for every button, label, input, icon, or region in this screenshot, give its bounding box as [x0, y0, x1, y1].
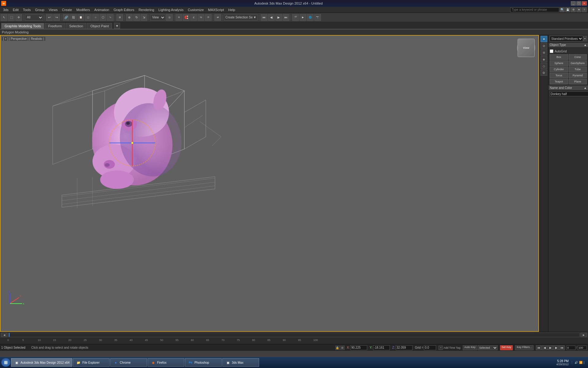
select-center-btn[interactable]: ✛ [175, 14, 182, 21]
ribbon-options-button[interactable]: ▼ [114, 23, 120, 29]
info-button[interactable]: ? [582, 7, 587, 12]
menu-edit[interactable]: Edit [11, 8, 21, 12]
environment-btn[interactable]: 🌐 [307, 14, 314, 21]
undo-button[interactable]: ↩ [46, 14, 53, 21]
menu-customize[interactable]: Customize [186, 8, 205, 12]
max-frame-input[interactable] [578, 346, 587, 350]
menu-lighting[interactable]: Lighting Analysis [156, 8, 185, 12]
use-pivot-btn[interactable]: ◎ [166, 14, 173, 21]
display-panel-btn[interactable]: ◇ [541, 63, 547, 69]
object-name-input[interactable] [550, 91, 588, 96]
spinner-snap-btn[interactable]: ⟳ [205, 14, 212, 21]
panel-expand-btn[interactable]: ▼ [583, 36, 587, 41]
snap-toggle-btn[interactable]: 🧲 [183, 14, 190, 21]
window-cross-btn[interactable]: ⊞ [116, 14, 123, 21]
tab-graphite-modeling[interactable]: Graphite Modeling Tools [1, 23, 44, 29]
redo-button[interactable]: ↪ [53, 14, 60, 21]
next-frame-btn[interactable]: ▶ [553, 345, 559, 350]
torus-button[interactable]: Torus [550, 73, 568, 78]
tab-freeform[interactable]: Freeform [45, 23, 65, 29]
taskbar-item-chrome[interactable]: ● Chrome [110, 358, 147, 367]
render-setup-btn[interactable]: 🎬 [292, 14, 299, 21]
tube-button[interactable]: Tube [569, 67, 587, 72]
window-controls[interactable]: _ ☐ ✕ [571, 1, 587, 6]
angle-snap-btn[interactable]: ∠ [190, 14, 197, 21]
go-end-btn[interactable]: ⏭ [559, 345, 565, 350]
select-button[interactable]: ↖ [1, 14, 7, 21]
box-button[interactable]: Box [550, 54, 568, 60]
minimize-button[interactable]: _ [571, 1, 576, 6]
selected-dropdown[interactable]: Selected [478, 345, 498, 350]
viewport[interactable]: [ + ] | Perspective | | Realistic | View [0, 35, 539, 332]
prev-frame-toolbar[interactable]: ◀ [268, 14, 275, 21]
taskbar-item-3dsmax[interactable]: ▣ Autodesk 3ds Max Design 2012 x64 [11, 358, 72, 367]
tab-selection[interactable]: Selection [66, 23, 86, 29]
select-circ[interactable]: ○ [92, 14, 99, 21]
select-fence[interactable]: ⬠ [100, 14, 106, 21]
timeline-next-btn[interactable]: ▶ [581, 333, 587, 337]
cone-button[interactable]: Cone [569, 54, 587, 60]
menu-help[interactable]: Help [226, 8, 237, 12]
play-btn[interactable]: ▶ [548, 345, 553, 350]
reference-coord-dropdown[interactable]: View [150, 14, 165, 21]
render-btn[interactable]: ▶ [300, 14, 306, 21]
motion-panel-btn[interactable]: ◈ [541, 56, 547, 62]
select-rect[interactable]: □ [85, 14, 92, 21]
frame-input[interactable] [566, 346, 575, 350]
link-button[interactable]: 🔗 [63, 14, 70, 21]
save-button[interactable]: 💾 [565, 7, 570, 12]
y-input[interactable] [373, 345, 390, 350]
tray-icon-1[interactable]: 🔊 [575, 361, 578, 364]
mirror-btn[interactable]: ⇌ [214, 14, 221, 21]
utilities-panel-btn[interactable]: ⚙ [541, 70, 547, 76]
plane-button[interactable]: Plane [569, 79, 587, 84]
select-region-button[interactable]: ⬚ [8, 14, 15, 21]
start-button[interactable]: ⊞ [1, 358, 10, 367]
unlink-button[interactable]: ⛓ [70, 14, 77, 21]
render-to-texture-btn[interactable]: 📷 [314, 14, 321, 21]
menu-tools[interactable]: Tools [21, 8, 33, 12]
autogrid-checkbox[interactable] [550, 49, 553, 53]
hierarchy-panel-btn[interactable]: ⊛ [541, 49, 547, 56]
menu-maxscript[interactable]: MAXScript [206, 8, 226, 12]
add-time-tag-btn[interactable]: + [439, 346, 443, 350]
tray-icon-2[interactable]: 📶 [579, 361, 582, 364]
menu-views[interactable]: Views [47, 8, 59, 12]
go-to-start-toolbar[interactable]: ⏮ [261, 14, 267, 21]
rotate-tool[interactable]: ↻ [133, 14, 140, 21]
x-input[interactable] [350, 345, 367, 350]
set-key-btn[interactable]: Set Key [500, 345, 513, 350]
taskbar-item-explorer[interactable]: 📁 File Explorer [73, 358, 110, 367]
pyramid-button[interactable]: Pyramid [569, 73, 587, 78]
search-button[interactable]: 🔍 [560, 7, 565, 12]
close-button[interactable]: ✕ [582, 1, 587, 6]
cylinder-button[interactable]: Cylinder [550, 67, 568, 72]
tab-object-paint[interactable]: Object Paint [87, 23, 112, 29]
grid-input[interactable] [424, 345, 436, 350]
lock-button[interactable]: 🔒 [335, 346, 340, 350]
key-mode-btn[interactable]: ⊞ [340, 346, 345, 350]
percent-snap-btn[interactable]: % [198, 14, 204, 21]
sphere-button[interactable]: Sphere [550, 60, 568, 66]
taskbar-item-3dsmax2[interactable]: ▣ 3ds Max [222, 358, 259, 367]
taskbar-item-firefox[interactable]: ◉ Firefox [148, 358, 184, 367]
go-start-btn[interactable]: ⏮ [536, 345, 541, 350]
teapot-button[interactable]: Teapot [550, 79, 568, 84]
menu-animation[interactable]: Animation [92, 8, 111, 12]
maximize-button[interactable]: ☐ [576, 1, 581, 6]
bookmark-button[interactable]: ★ [576, 7, 581, 12]
go-to-end-toolbar[interactable]: ⏭ [283, 14, 289, 21]
key-filters-btn[interactable]: Key Filters... [515, 345, 533, 350]
prev-frame-btn[interactable]: ◀ [542, 345, 547, 350]
menu-graph-editors[interactable]: Graph Editors [112, 8, 136, 12]
tray-show-desktop[interactable]: | [584, 361, 584, 364]
geosphere-button[interactable]: GeoSphere [569, 60, 587, 66]
menu-create[interactable]: Create [60, 8, 74, 12]
timeline-prev-btn[interactable]: ◀ [1, 333, 7, 337]
move-tool[interactable]: ⊕ [126, 14, 133, 21]
name-color-header[interactable]: Name and Color ▲ [548, 86, 588, 90]
z-input[interactable] [396, 345, 413, 350]
create-selection-button[interactable]: Create Selection Se ▼ [224, 14, 258, 21]
object-type-header[interactable]: Object Type ▲ [548, 43, 588, 48]
next-frame-toolbar[interactable]: ▶ [275, 14, 282, 21]
